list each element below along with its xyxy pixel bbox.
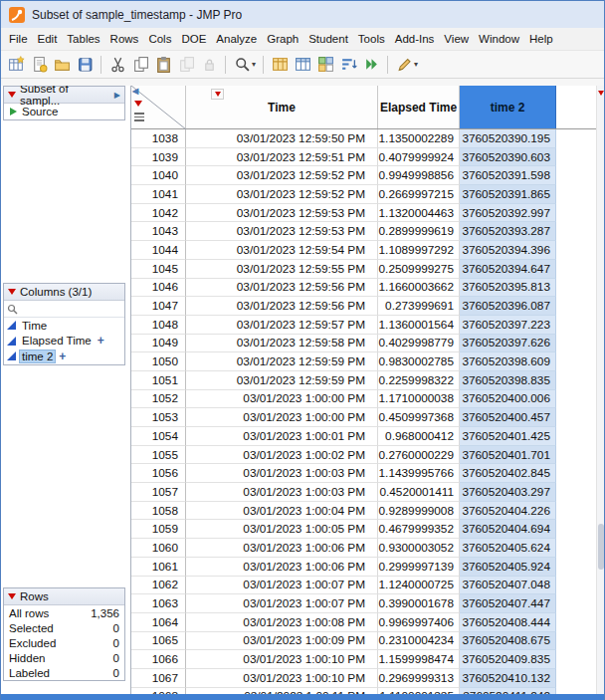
time-cell[interactable]: 03/01/2023 12:59:59 PM: [186, 352, 378, 371]
time-cell[interactable]: 03/01/2023 1:00:04 PM: [186, 502, 378, 521]
row-number-cell[interactable]: 1064: [131, 613, 186, 632]
red-triangle-menu-icon[interactable]: [8, 593, 16, 599]
cut-button[interactable]: [106, 54, 128, 76]
time2-cell[interactable]: 3760520398.835: [460, 371, 556, 390]
time2-cell[interactable]: 3760520390.603: [460, 148, 556, 167]
time-cell[interactable]: 03/01/2023 1:00:08 PM: [186, 613, 378, 632]
menu-item-tables[interactable]: Tables: [62, 30, 104, 48]
elapsed-time-cell[interactable]: 0.2760000229: [378, 446, 460, 465]
time-cell[interactable]: 03/01/2023 12:59:56 PM: [186, 279, 378, 298]
time2-cell[interactable]: 3760520397.626: [460, 335, 556, 353]
elapsed-time-cell[interactable]: 1.1100001335: [378, 688, 460, 694]
column-item-elapsed-time[interactable]: Elapsed Time+: [4, 334, 124, 350]
time2-cell[interactable]: 3760520393.287: [460, 222, 556, 241]
time2-cell[interactable]: 3760520395.813: [460, 279, 556, 298]
menu-item-file[interactable]: File: [4, 30, 33, 48]
elapsed-time-cell[interactable]: 1.1320004463: [378, 204, 460, 223]
row-number-cell[interactable]: 1052: [131, 390, 186, 409]
menu-item-cols[interactable]: Cols: [143, 30, 176, 48]
row-number-cell[interactable]: 1061: [131, 558, 186, 577]
elapsed-time-cell[interactable]: 1.1710000038: [378, 390, 460, 409]
elapsed-time-cell[interactable]: 0.2669997215: [378, 185, 460, 204]
vertical-scrollbar[interactable]: [596, 86, 604, 694]
time-cell[interactable]: 03/01/2023 12:59:51 PM: [186, 148, 378, 167]
new-journal-button[interactable]: [28, 54, 50, 76]
row-number-cell[interactable]: 1039: [131, 148, 186, 167]
column-header-elapsed[interactable]: Elapsed Time: [378, 86, 460, 128]
menu-item-addins[interactable]: Add-Ins: [390, 30, 440, 48]
time-cell[interactable]: 03/01/2023 1:00:02 PM: [186, 446, 378, 465]
row-number-cell[interactable]: 1045: [131, 260, 186, 279]
time2-cell[interactable]: 3760520400.006: [460, 390, 556, 409]
time-cell[interactable]: 03/01/2023 1:00:03 PM: [186, 483, 378, 502]
time2-cell[interactable]: 3760520404.226: [460, 502, 556, 521]
save-button[interactable]: [74, 54, 96, 76]
menu-item-rows[interactable]: Rows: [105, 30, 144, 48]
red-triangle-menu-icon[interactable]: [8, 289, 16, 295]
row-number-cell[interactable]: 1060: [131, 539, 186, 558]
time2-cell[interactable]: 3760520408.444: [460, 613, 556, 632]
new-data-table-button[interactable]: [5, 54, 27, 76]
column-header-time2[interactable]: time 2: [460, 86, 556, 128]
time2-cell[interactable]: 3760520398.609: [460, 352, 556, 371]
time2-cell[interactable]: 3760520392.997: [460, 204, 556, 223]
time2-cell[interactable]: 3760520401.701: [460, 446, 556, 465]
elapsed-time-cell[interactable]: 1.1350002289: [378, 129, 460, 148]
row-number-cell[interactable]: 1066: [131, 650, 186, 669]
run-script-button[interactable]: [360, 54, 382, 76]
elapsed-time-cell[interactable]: 1.1089997292: [378, 241, 460, 260]
time2-cell[interactable]: 3760520408.675: [460, 632, 556, 651]
time2-cell[interactable]: 3760520410.132: [460, 669, 556, 688]
elapsed-time-cell[interactable]: 0.2969999313: [378, 669, 460, 688]
row-number-cell[interactable]: 1042: [131, 204, 186, 223]
time-cell[interactable]: 03/01/2023 12:59:56 PM: [186, 297, 378, 316]
time2-cell[interactable]: 3760520411.242: [460, 688, 556, 694]
row-number-cell[interactable]: 1059: [131, 520, 186, 539]
time2-cell[interactable]: 3760520400.457: [460, 408, 556, 427]
paste-button[interactable]: [152, 54, 174, 76]
row-number-cell[interactable]: 1048: [131, 316, 186, 335]
time-cell[interactable]: 03/01/2023 1:00:05 PM: [186, 520, 378, 539]
time2-cell[interactable]: 3760520397.223: [460, 316, 556, 335]
elapsed-time-cell[interactable]: 0.3990001678: [378, 594, 460, 613]
scrollbar-thumb[interactable]: [598, 524, 604, 570]
row-number-cell[interactable]: 1041: [131, 185, 186, 204]
time2-cell[interactable]: 3760520390.195: [460, 129, 556, 148]
elapsed-time-cell[interactable]: 1.1439995766: [378, 464, 460, 483]
time-cell[interactable]: 03/01/2023 12:59:57 PM: [186, 316, 378, 335]
time-cell[interactable]: 03/01/2023 1:00:09 PM: [186, 632, 378, 651]
time-cell[interactable]: 03/01/2023 12:59:55 PM: [186, 260, 378, 279]
time-cell[interactable]: 03/01/2023 1:00:10 PM: [186, 669, 378, 688]
elapsed-time-cell[interactable]: 0.4520001411: [378, 483, 460, 502]
row-number-cell[interactable]: 1062: [131, 577, 186, 595]
red-triangle-menu-icon[interactable]: [8, 92, 16, 98]
row-number-cell[interactable]: 1056: [131, 464, 186, 483]
elapsed-time-cell[interactable]: 0.9289999008: [378, 502, 460, 521]
elapsed-time-cell[interactable]: 1.1240000725: [378, 577, 460, 595]
elapsed-time-cell[interactable]: 0.2999997139: [378, 558, 460, 577]
row-number-cell[interactable]: 1051: [131, 371, 186, 390]
time-cell[interactable]: 03/01/2023 12:59:58 PM: [186, 335, 378, 353]
row-number-cell[interactable]: 1068: [131, 688, 186, 694]
elapsed-time-cell[interactable]: 0.2310004234: [378, 632, 460, 651]
menu-item-tools[interactable]: Tools: [353, 30, 390, 48]
row-number-cell[interactable]: 1065: [131, 632, 186, 651]
time2-cell[interactable]: 3760520391.598: [460, 166, 556, 185]
row-number-cell[interactable]: 1046: [131, 279, 186, 298]
time2-cell[interactable]: 3760520396.087: [460, 297, 556, 316]
elapsed-time-cell[interactable]: 0.273999691: [378, 297, 460, 316]
time-cell[interactable]: 03/01/2023 1:00:07 PM: [186, 577, 378, 595]
row-number-cell[interactable]: 1055: [131, 446, 186, 465]
time-cell[interactable]: 03/01/2023 12:59:59 PM: [186, 371, 378, 390]
table-panel-header[interactable]: Subset of sampl... ▶: [4, 87, 124, 104]
elapsed-time-cell[interactable]: 0.4079999924: [378, 148, 460, 167]
rows-list-icon[interactable]: [134, 113, 144, 123]
time-cell[interactable]: 03/01/2023 1:00:00 PM: [186, 390, 378, 409]
row-number-cell[interactable]: 1043: [131, 222, 186, 241]
make-into-data-table-button[interactable]: [269, 54, 291, 76]
time2-cell[interactable]: 3760520407.447: [460, 594, 556, 613]
time2-cell[interactable]: 3760520394.396: [460, 241, 556, 260]
row-number-cell[interactable]: 1040: [131, 166, 186, 185]
copy-button[interactable]: [129, 54, 151, 76]
row-number-cell[interactable]: 1038: [131, 129, 186, 148]
